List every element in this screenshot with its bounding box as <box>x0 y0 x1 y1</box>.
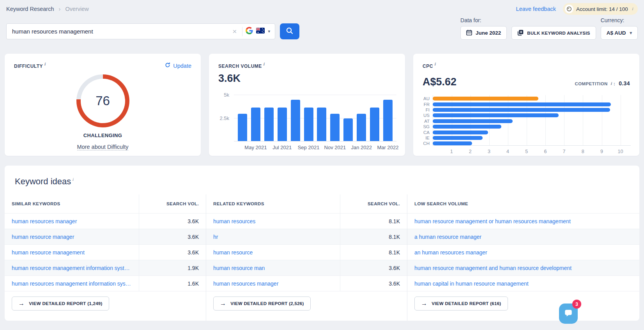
search-button[interactable] <box>280 23 299 39</box>
keyword-link[interactable]: human resource man <box>206 265 340 271</box>
keyword-link[interactable]: human resource management <box>5 249 139 256</box>
keyword-link[interactable]: an human resources manager <box>407 249 639 256</box>
table-row: human resources8.1K <box>206 213 407 229</box>
chevron-down-icon: ▾ <box>630 30 632 35</box>
cpc-title: CPCi <box>423 62 436 69</box>
difficulty-score: 76 <box>81 79 125 123</box>
australia-flag-icon <box>256 28 265 35</box>
date-picker-button[interactable]: June 2022 <box>460 26 507 40</box>
keyword-link[interactable]: hr <box>206 234 340 240</box>
cpc-bar <box>433 141 472 145</box>
leave-feedback-link[interactable]: Leave feedback <box>516 6 556 12</box>
search-volume-cell: 8.1K <box>340 245 407 260</box>
arrow-right-icon: → <box>421 300 427 307</box>
clear-icon[interactable]: × <box>230 27 239 36</box>
cpc-card: CPCi A$5.62 COMPETITIONi: 0.34 AUFRFIUSA… <box>413 54 639 156</box>
cpc-bar <box>433 119 513 123</box>
keyword-link[interactable]: human resources management information s… <box>5 281 139 287</box>
arrow-right-icon: → <box>220 300 226 307</box>
keyword-research-page: Keyword Research › Overview Leave feedba… <box>0 0 644 330</box>
volume-bar <box>317 108 326 141</box>
competition-value: 0.34 <box>619 80 630 86</box>
date-picker-label: June 2022 <box>476 30 501 36</box>
cpc-bar <box>433 97 538 101</box>
cpc-bar-row: CA <box>419 129 631 135</box>
country-label: US <box>419 113 430 118</box>
x-tick-label: Jul 2021 <box>272 145 292 150</box>
cpc-bar <box>433 102 611 106</box>
keyword-link[interactable]: human resource manager <box>5 234 139 240</box>
difficulty-title: DIFFICULTYi <box>14 62 46 69</box>
currency-select[interactable]: A$ AUD ▾ <box>601 26 638 40</box>
search-engine-region-selector[interactable]: ▾ <box>246 27 270 36</box>
breadcrumb-overview: Overview <box>65 6 88 12</box>
keyword-link[interactable]: human resource management or human resou… <box>407 218 639 224</box>
search-volume-value: 3.6K <box>209 72 405 85</box>
keyword-link[interactable]: human resource management and human reso… <box>407 265 639 271</box>
column-header: SIMILAR KEYWORDS <box>5 201 139 206</box>
metric-cards-row: DIFFICULTYi Update 76 CHALLENGING More a… <box>0 54 644 156</box>
keyword-link[interactable]: human resource management information sy… <box>5 265 139 271</box>
search-row: × ▾ Data for: <box>0 23 644 40</box>
volume-bar <box>291 100 300 141</box>
bulk-analysis-icon <box>517 30 524 37</box>
search-volume-cell: 3.6K <box>340 276 407 291</box>
arrow-right-icon: → <box>18 300 25 307</box>
view-detailed-report-button[interactable]: →VIEW DETAILED REPORT (616) <box>414 296 508 311</box>
keyword-search-input[interactable] <box>7 28 230 35</box>
y-tick-label: 5k <box>216 92 229 98</box>
search-volume-cell: 3.6K <box>139 245 206 260</box>
x-tick-label: 3 <box>488 149 490 154</box>
cpc-bar-row: SG <box>419 124 631 129</box>
cpc-bar-row: FI <box>419 107 631 113</box>
view-detailed-report-button[interactable]: →VIEW DETAILED REPORT (1,249) <box>12 296 109 311</box>
x-tick-label: 4 <box>506 149 509 154</box>
column-header: SEARCH VOL. <box>139 194 206 213</box>
cpc-bar-row: IE <box>419 135 631 141</box>
view-detailed-report-button[interactable]: →VIEW DETAILED REPORT (2,526) <box>213 296 311 311</box>
data-for-label: Data for: <box>460 17 507 23</box>
search-icon <box>286 27 294 36</box>
info-icon: i <box>434 62 436 66</box>
search-volume-cell: 1.9K <box>139 260 206 275</box>
chat-widget-button[interactable]: 3 <box>559 304 578 324</box>
info-icon: i <box>632 7 633 11</box>
account-limit-badge: Account limit: 14 / 100i <box>563 3 638 15</box>
cpc-bar-row: US <box>419 113 631 118</box>
more-about-difficulty-link[interactable]: More about Difficulty <box>77 144 129 150</box>
cpc-bars: AUFRFIUSATSGCAIECH <box>419 96 631 146</box>
x-tick-label: Nov 2021 <box>324 145 346 150</box>
update-button[interactable]: Update <box>165 62 191 69</box>
search-volume-cell: 3.6K <box>139 214 206 229</box>
breadcrumb-separator-icon: › <box>59 6 61 12</box>
search-volume-card: SEARCH VOLUMEi 3.6K May 2021Jul 2021Sep … <box>209 54 405 156</box>
search-volume-cell: 3.6K <box>340 260 407 275</box>
country-label: CH <box>419 141 430 146</box>
keyword-ideas-title: Keyword ideasi <box>5 166 639 194</box>
column-header: RELATED KEYWORDS <box>206 201 340 206</box>
x-tick-label: 9 <box>600 149 603 154</box>
table-row: human resource manager3.6K <box>5 229 206 244</box>
breadcrumb-keyword-research[interactable]: Keyword Research <box>6 6 54 12</box>
info-icon: i <box>263 62 265 66</box>
keyword-link[interactable]: a human resource manager <box>407 234 639 240</box>
volume-bar <box>370 108 379 141</box>
search-volume-cell: 3.6K <box>139 229 206 244</box>
difficulty-level-label: CHALLENGING <box>5 132 201 138</box>
bulk-keyword-analysis-button[interactable]: BULK KEYWORD ANALYSIS <box>511 26 596 40</box>
keyword-link[interactable]: human resources manager <box>5 218 139 224</box>
country-label: AT <box>419 119 430 124</box>
low-search-volume-table: LOW SEARCH VOLUME human resource managem… <box>407 194 639 321</box>
keyword-link[interactable]: human capital in human resource manageme… <box>407 281 639 287</box>
column-header: SEARCH VOL. <box>340 194 407 213</box>
keyword-link[interactable]: human resources manager <box>206 281 340 287</box>
cpc-bar <box>433 136 483 140</box>
keyword-link[interactable]: human resources <box>206 218 340 224</box>
table-row: a human resource manager <box>407 229 639 244</box>
keyword-link[interactable]: human resource <box>206 249 340 256</box>
chevron-down-icon: ▾ <box>268 29 270 34</box>
country-label: AU <box>419 96 430 101</box>
keyword-ideas-tables: SIMILAR KEYWORDS SEARCH VOL. human resou… <box>5 194 639 321</box>
cpc-value: A$5.62 <box>423 76 456 88</box>
table-row: human resources manager3.6K <box>5 213 206 229</box>
